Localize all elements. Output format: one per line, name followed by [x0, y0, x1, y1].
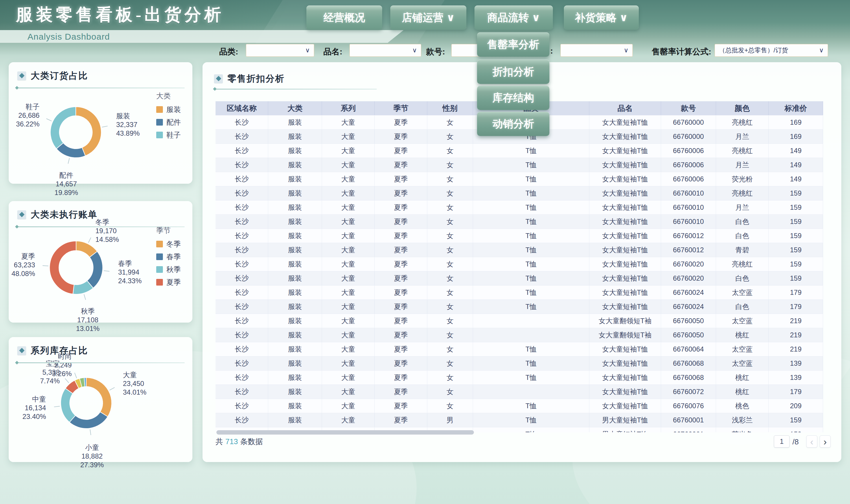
table-cell: 66760000 [661, 115, 716, 129]
table-cell: 女大童短袖T恤 [589, 357, 661, 370]
label-leader-line [42, 266, 48, 266]
table-row[interactable]: 长沙服装大童夏季女T恤女大童短袖T恤66760068太空蓝139 [216, 356, 823, 370]
table-cell: 女大童短袖T恤 [589, 229, 661, 243]
nav-button-1[interactable]: 经营概况 [306, 5, 382, 30]
table-row[interactable]: 长沙服装大童夏季女女大童翻领短T袖66760050桃红219 [216, 328, 823, 342]
nav-button-3[interactable]: 商品流转 ∨ [474, 5, 553, 30]
chart-legend: 季节冬季春季秋季夏季 [156, 226, 181, 290]
table-cell: 159 [769, 215, 823, 229]
table-row[interactable]: 长沙服装大童夏季女T恤女大童短袖T恤66760006月兰149 [216, 158, 823, 172]
column-header-4: 季节 [375, 101, 427, 115]
nav-button-2[interactable]: 店铺运营 ∨ [390, 5, 466, 30]
table-cell: 大童 [322, 314, 375, 328]
table-row[interactable]: 长沙服装大童夏季女T恤女大童短袖T恤66760076桃色209 [216, 399, 823, 413]
prev-page-button[interactable]: ‹ [806, 435, 817, 448]
formula-select[interactable]: （总批发+总零售）/订货 ∨ [715, 44, 828, 57]
table-row[interactable]: 长沙服装大童夏季女T恤女大童短袖T恤66760064太空蓝219 [216, 342, 823, 356]
table-cell: 女大童短袖T恤 [589, 371, 661, 384]
table-row[interactable]: 长沙服装大童夏季女T恤女大童短袖T恤66760012白色159 [216, 229, 823, 243]
table-cell: 女大童短袖T恤 [589, 243, 661, 257]
table-cell: 长沙 [216, 371, 268, 384]
table-row[interactable]: 长沙服装大童夏季女女大童翻领短T袖66760050太空蓝219 [216, 313, 823, 328]
table-cell: 亮桃红 [716, 144, 769, 158]
legend-item-夏季[interactable]: 夏季 [156, 277, 181, 287]
menu-item-4[interactable]: 动销分析 [477, 112, 549, 136]
table-row[interactable]: 长沙服装大童夏季女T恤女大童短袖T恤66760024太空蓝179 [216, 285, 823, 300]
diamond-card-icon [17, 346, 26, 355]
table-cell: T恤 [473, 172, 589, 186]
table-cell: 179 [769, 300, 823, 313]
record-count-number: 713 [225, 437, 238, 446]
legend-swatch [156, 279, 163, 286]
category-select[interactable]: ∨ [246, 44, 314, 57]
horizontal-scrollbar[interactable] [216, 430, 474, 435]
extra-select[interactable]: ∨ [560, 44, 633, 57]
table-cell: 女 [427, 399, 473, 413]
next-page-button[interactable]: › [820, 435, 831, 448]
table-cell: 209 [769, 399, 823, 413]
table-cell: 女大童短袖T恤 [589, 200, 661, 214]
table-cell: 亮桃红 [716, 257, 769, 271]
donut-slice-夏季[interactable] [50, 241, 76, 294]
table-cell: 青碧 [716, 243, 769, 257]
table-cell: 夏季 [375, 186, 427, 200]
table-row[interactable]: 长沙服装大童夏季女T恤女大童短袖T恤66760068桃红139 [216, 370, 823, 384]
legend-item-冬季[interactable]: 冬季 [156, 239, 181, 249]
table-row[interactable]: 长沙服装大童夏季女T恤女大童短袖T恤66760010月兰159 [216, 200, 823, 214]
table-cell [473, 314, 589, 328]
legend-swatch [156, 119, 163, 126]
nav-button-4[interactable]: 补货策略 ∨ [564, 5, 639, 30]
table-cell: 长沙 [216, 257, 268, 271]
donut-slice-中童[interactable] [61, 388, 75, 422]
chevron-down-icon: ∨ [305, 47, 310, 54]
page-number-input[interactable] [774, 435, 790, 448]
legend-item-服装[interactable]: 服装 [156, 105, 181, 114]
table-cell: 149 [769, 144, 823, 158]
column-header-10: 标准价 [769, 101, 823, 115]
table-cell: 服装 [268, 286, 322, 300]
table-cell: T恤 [473, 342, 589, 356]
table-cell: 女 [427, 257, 473, 271]
table-row[interactable]: 长沙服装大童夏季女T恤女大童短袖T恤66760006亮桃红149 [216, 144, 823, 158]
chevron-down-icon: ∨ [412, 47, 417, 54]
table-row[interactable]: 长沙服装大童夏季女T恤女大童短袖T恤66760010白色159 [216, 214, 823, 229]
table-cell: T恤 [473, 371, 589, 384]
table-cell: 荧光色 [716, 427, 769, 432]
product-select[interactable]: ∨ [349, 44, 421, 57]
table-cell: 长沙 [216, 399, 268, 413]
table-cell: 159 [769, 229, 823, 243]
table-cell: 159 [769, 243, 823, 257]
menu-item-2[interactable]: 折扣分析 [477, 59, 549, 84]
table-row[interactable]: 长沙服装大童夏季女T恤女大童短袖T恤66760006荧光粉149 [216, 172, 823, 186]
donut-slice-大童[interactable] [86, 378, 112, 417]
subtitle-band: Analysis Dashboard [0, 30, 403, 43]
table-row[interactable]: 长沙服装大童夏季男T恤男大童短袖T恤66760001浅彩兰159 [216, 413, 823, 427]
table-row[interactable]: 长沙服装大童夏季女T恤女大童短袖T恤66760020亮桃红159 [216, 257, 823, 271]
table-cell: T恤 [473, 243, 589, 257]
table-row[interactable]: 长沙服装大童夏季女T恤女大童短袖T恤66760024白色179 [216, 300, 823, 313]
table-row[interactable]: 长沙服装大童夏季女女大童短袖T恤66760072桃红179 [216, 384, 823, 399]
table-cell: 179 [769, 286, 823, 300]
table-cell: 桃色 [716, 399, 769, 413]
donut-slice-小童[interactable] [69, 412, 108, 429]
donut-slice-鞋子[interactable] [50, 107, 76, 149]
table-row[interactable]: 长沙服装大童夏季女T恤女大童短袖T恤66760010亮桃红159 [216, 186, 823, 200]
table-row[interactable]: 长沙服装大童夏季女T恤女大童短袖T恤66760020白色159 [216, 271, 823, 285]
table-row[interactable]: 长沙服装大童夏季女T恤女大童短袖T恤66760012青碧159 [216, 243, 823, 257]
legend-item-秋季[interactable]: 秋季 [156, 265, 181, 274]
table-cell: 长沙 [216, 229, 268, 243]
menu-item-1[interactable]: 售罄率分析 [477, 32, 549, 57]
table-cell: 139 [769, 371, 823, 384]
legend-item-春季[interactable]: 春季 [156, 252, 181, 262]
table-cell: 夏季 [375, 399, 427, 413]
table-cell: 66760024 [661, 286, 716, 300]
table-cell: 月兰 [716, 200, 769, 214]
table-cell: 66760050 [661, 328, 716, 342]
column-header-5: 性别 [427, 101, 473, 115]
legend-item-配件[interactable]: 配件 [156, 118, 181, 127]
table-cell: 219 [769, 314, 823, 328]
table-cell: 长沙 [216, 286, 268, 300]
menu-item-3[interactable]: 库存结构 [477, 86, 549, 110]
legend-item-鞋子[interactable]: 鞋子 [156, 130, 181, 140]
table-cell: 长沙 [216, 328, 268, 342]
